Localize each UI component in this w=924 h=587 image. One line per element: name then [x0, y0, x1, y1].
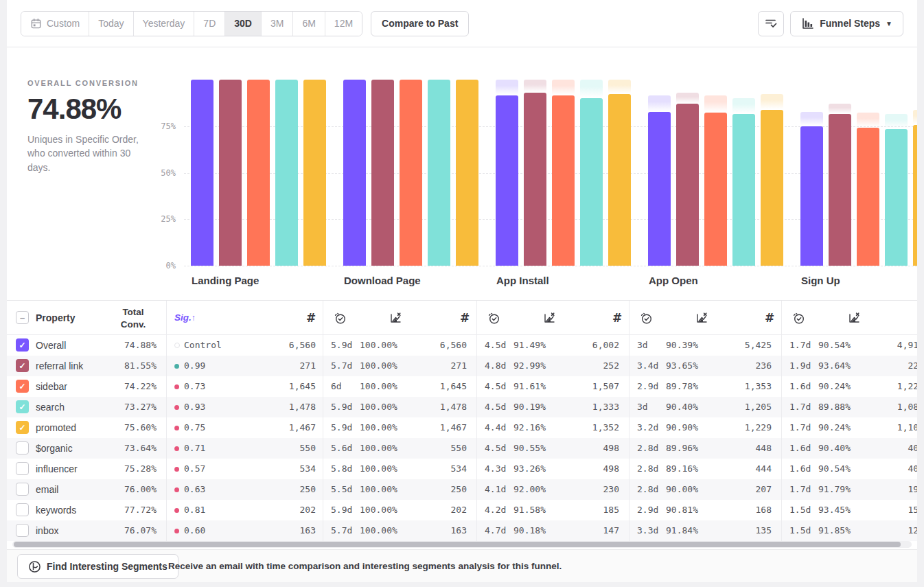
chart-bar-search-2[interactable] — [580, 98, 603, 266]
column-header-count-4[interactable]: # — [765, 301, 774, 335]
column-divider-4 — [781, 301, 782, 541]
checkbox-checked[interactable]: ✓ — [16, 400, 29, 413]
select-all-checkbox[interactable]: – — [16, 311, 29, 324]
total-conv-value: 81.55% — [110, 356, 157, 376]
chart-bar-search-3[interactable] — [732, 114, 755, 266]
checkbox-checked[interactable]: ✓ — [16, 421, 29, 434]
compare-to-past-button[interactable]: Compare to Past — [371, 11, 469, 36]
find-interesting-segments-button[interactable]: Find Interesting Segments — [17, 554, 178, 579]
checkbox-checked[interactable]: ✓ — [16, 338, 29, 352]
step-count-4: 1,353 — [689, 376, 772, 397]
date-range-30d[interactable]: 30D — [225, 12, 262, 36]
checkbox-checked[interactable]: ✓ — [16, 380, 29, 393]
step-count-3: 252 — [537, 356, 619, 376]
bar-ghost-Overall-2 — [496, 80, 518, 95]
sig-value: Control — [184, 335, 222, 356]
chart-bar-promoted-2[interactable] — [608, 94, 631, 266]
funnel-step-label-2: Download Page — [344, 275, 421, 286]
checkbox-unchecked[interactable] — [16, 524, 29, 537]
chart-bar-Overall-2[interactable] — [496, 95, 518, 266]
chart-bar-sidebar-2[interactable] — [552, 95, 575, 266]
column-header-count-1[interactable]: # — [306, 301, 316, 335]
checkbox-unchecked[interactable] — [16, 441, 29, 454]
date-range-12m[interactable]: 12M — [325, 12, 362, 36]
chart-bar-referral-link-3[interactable] — [676, 104, 699, 266]
step-count-5: 405 — [842, 438, 917, 459]
column-header-count-3[interactable]: # — [612, 301, 622, 335]
chart-bar-Overall-4[interactable] — [800, 126, 823, 266]
step-time-5: 1.9d — [789, 356, 811, 376]
chart-bar-promoted-1[interactable] — [456, 80, 478, 266]
checkbox-unchecked[interactable] — [16, 483, 29, 496]
chart-bar-referral-link-0[interactable] — [219, 80, 242, 266]
property-label: keywords — [36, 500, 76, 520]
chart-bar-referral-link-4[interactable] — [829, 114, 851, 266]
chart-bar-Overall-0[interactable] — [191, 80, 213, 266]
step-time-4: 2.9d — [637, 376, 658, 397]
column-header-conversion-4 conversion-chart-icon[interactable] — [695, 301, 708, 335]
chart-bar-sidebar-3[interactable] — [704, 113, 727, 266]
date-range-7d[interactable]: 7D — [194, 12, 225, 36]
property-label: inbox — [36, 520, 58, 541]
date-range-today[interactable]: Today — [89, 12, 133, 36]
checkbox-unchecked[interactable] — [16, 462, 29, 475]
column-header-time-5 stopwatch-check-icon[interactable] — [792, 301, 805, 335]
step-count-4: 444 — [689, 459, 772, 479]
column-header-count-2[interactable]: # — [460, 301, 470, 335]
chart-bar-promoted-0[interactable] — [303, 80, 326, 266]
date-range-6m[interactable]: 6M — [293, 12, 325, 36]
significance-dot-low — [174, 467, 179, 472]
chart-bar-search-4[interactable] — [885, 129, 908, 266]
step-count-3: 1,333 — [537, 397, 619, 417]
significance-dot-high — [174, 364, 179, 369]
horizontal-scrollbar-track[interactable] — [12, 541, 912, 548]
bar-chart-icon — [801, 17, 814, 30]
step-time-2: 5.9d — [331, 417, 352, 438]
checkbox-unchecked[interactable] — [16, 503, 29, 516]
chart-bar-referral-link-1[interactable] — [371, 80, 394, 266]
bar-ghost-referral-link-2 — [524, 80, 546, 93]
chart-bar-search-1[interactable] — [428, 80, 450, 266]
column-header-time-2 stopwatch-check-icon[interactable] — [334, 301, 347, 335]
column-header-time-4 stopwatch-check-icon[interactable] — [640, 301, 653, 335]
chart-bar-search-0[interactable] — [275, 80, 298, 266]
date-range-3m[interactable]: 3M — [262, 12, 293, 36]
chart-bar-Overall-3[interactable] — [648, 112, 671, 266]
chart-bar-referral-link-2[interactable] — [524, 93, 546, 266]
total-conv-value: 76.07% — [110, 520, 157, 541]
step-time-2: 5.5d — [331, 479, 352, 500]
property-label: sidebar — [36, 376, 67, 397]
step-count-3: 185 — [537, 500, 619, 520]
sig-value: 0.75 — [184, 417, 205, 438]
gridline-0% — [184, 266, 917, 266]
column-header-conversion-5 conversion-chart-icon[interactable] — [847, 301, 861, 335]
step-count-2: 250 — [384, 479, 467, 500]
checkbox-checked[interactable]: ✓ — [16, 359, 29, 372]
view-selector-button[interactable]: Funnel Steps ▼ — [790, 11, 903, 36]
step-time-2: 5.9d — [331, 397, 352, 417]
chart-bar-sidebar-1[interactable] — [400, 80, 422, 266]
significance-dot-low — [174, 384, 179, 389]
chart-bar-promoted-4[interactable] — [913, 125, 917, 266]
date-range-yesterday[interactable]: Yesterday — [134, 12, 195, 36]
sig-value: 0.81 — [184, 500, 205, 520]
segments-table: – Property TotalConv. Sig.↑##### ✓Overal… — [7, 300, 917, 541]
column-header-conversion-3 conversion-chart-icon[interactable] — [542, 301, 556, 335]
step-time-4: 3d — [637, 335, 648, 356]
step-time-4: 3.3d — [637, 520, 658, 541]
bar-ghost-promoted-3 — [761, 94, 783, 110]
chart-bar-sidebar-4[interactable] — [857, 128, 879, 266]
chart-bar-Overall-1[interactable] — [343, 80, 366, 266]
date-range-label: 12M — [334, 18, 353, 29]
step-count-3: 6,002 — [537, 335, 619, 356]
horizontal-scrollbar-thumb[interactable] — [14, 542, 901, 547]
significance-dot-control — [174, 343, 180, 348]
column-header-sig[interactable]: Sig.↑ — [174, 301, 196, 335]
chart-bar-promoted-3[interactable] — [761, 110, 783, 266]
column-header-time-3 stopwatch-check-icon[interactable] — [487, 301, 500, 335]
step-time-5: 1.6d — [789, 376, 811, 397]
filter-check-icon[interactable] — [758, 11, 784, 36]
date-range-custom[interactable]: Custom — [21, 12, 89, 36]
chart-bar-sidebar-0[interactable] — [247, 80, 270, 266]
column-header-conversion-2 conversion-chart-icon[interactable] — [389, 301, 402, 335]
